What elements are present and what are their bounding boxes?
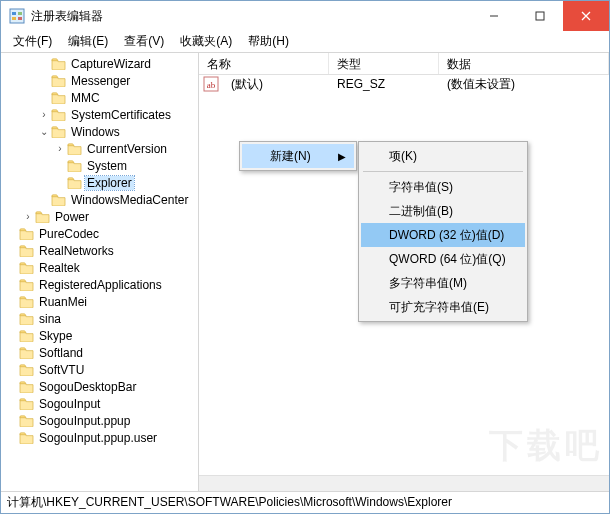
folder-icon — [19, 227, 34, 240]
tree-item[interactable]: ›CurrentVersion — [1, 140, 198, 157]
tree-item-label: System — [85, 159, 129, 173]
tree-item[interactable]: Realtek — [1, 259, 198, 276]
minimize-button[interactable] — [471, 1, 517, 31]
list-row[interactable]: (默认) REG_SZ (数值未设置) — [199, 75, 609, 93]
string-value-icon — [203, 76, 219, 92]
context-submenu: 项(K) 字符串值(S) 二进制值(B) DWORD (32 位)值(D) QW… — [358, 141, 528, 322]
menu-edit[interactable]: 编辑(E) — [60, 31, 116, 52]
submenu-item-expand[interactable]: 可扩充字符串值(E) — [361, 295, 525, 319]
tree-item-label: SoftVTU — [37, 363, 86, 377]
tree-item-label: Windows — [69, 125, 122, 139]
submenu-item-binary[interactable]: 二进制值(B) — [361, 199, 525, 223]
submenu-item-qword[interactable]: QWORD (64 位)值(Q) — [361, 247, 525, 271]
folder-icon — [19, 431, 34, 444]
tree-item[interactable]: CaptureWizard — [1, 55, 198, 72]
folder-icon — [51, 125, 66, 138]
menu-file[interactable]: 文件(F) — [5, 31, 60, 52]
tree-item[interactable]: RegisteredApplications — [1, 276, 198, 293]
tree-item[interactable]: Softland — [1, 344, 198, 361]
tree-item[interactable]: WindowsMediaCenter — [1, 191, 198, 208]
svg-rect-7 — [536, 12, 544, 20]
tree-item[interactable]: sina — [1, 310, 198, 327]
tree-item-label: SogouInput.ppup.user — [37, 431, 159, 445]
cell-type: REG_SZ — [329, 77, 439, 91]
app-icon — [9, 8, 25, 24]
tree-item-label: CaptureWizard — [69, 57, 153, 71]
menu-view[interactable]: 查看(V) — [116, 31, 172, 52]
registry-editor-window: 注册表编辑器 文件(F) 编辑(E) 查看(V) 收藏夹(A) 帮助(H) Ca… — [0, 0, 610, 514]
column-type[interactable]: 类型 — [329, 53, 439, 74]
folder-icon — [19, 329, 34, 342]
collapse-icon[interactable]: ⌄ — [37, 126, 51, 137]
expand-icon[interactable]: › — [37, 109, 51, 120]
tree-pane[interactable]: CaptureWizardMessengerMMC›SystemCertific… — [1, 53, 199, 491]
watermark: 下载吧 — [489, 423, 603, 469]
menu-help[interactable]: 帮助(H) — [240, 31, 297, 52]
folder-icon — [67, 176, 82, 189]
titlebar: 注册表编辑器 — [1, 1, 609, 31]
context-menu: 新建(N) ▶ — [239, 141, 357, 171]
folder-icon — [19, 397, 34, 410]
tree-item-label: Skype — [37, 329, 74, 343]
tree-item-label: Explorer — [85, 176, 134, 190]
expand-icon[interactable]: › — [21, 211, 35, 222]
column-name[interactable]: 名称 — [199, 53, 329, 74]
folder-icon — [19, 380, 34, 393]
folder-icon — [67, 159, 82, 172]
tree-item[interactable]: SogouDesktopBar — [1, 378, 198, 395]
submenu-item-key[interactable]: 项(K) — [361, 144, 525, 168]
maximize-button[interactable] — [517, 1, 563, 31]
tree-item[interactable]: Explorer — [1, 174, 198, 191]
tree-item[interactable]: Skype — [1, 327, 198, 344]
main-panes: CaptureWizardMessengerMMC›SystemCertific… — [1, 53, 609, 491]
close-button[interactable] — [563, 1, 609, 31]
cell-data: (数值未设置) — [439, 76, 609, 93]
menubar: 文件(F) 编辑(E) 查看(V) 收藏夹(A) 帮助(H) — [1, 31, 609, 53]
folder-icon — [19, 414, 34, 427]
tree-item-label: SogouDesktopBar — [37, 380, 138, 394]
tree-item[interactable]: Messenger — [1, 72, 198, 89]
folder-icon — [67, 142, 82, 155]
tree-item-label: RegisteredApplications — [37, 278, 164, 292]
tree-item[interactable]: RealNetworks — [1, 242, 198, 259]
list-horizontal-scrollbar[interactable] — [199, 475, 609, 491]
tree-item[interactable]: SogouInput — [1, 395, 198, 412]
folder-icon — [19, 295, 34, 308]
submenu-item-dword[interactable]: DWORD (32 位)值(D) — [361, 223, 525, 247]
folder-icon — [19, 278, 34, 291]
context-item-label: 新建(N) — [270, 148, 311, 165]
list-body[interactable]: (默认) REG_SZ (数值未设置) 新建(N) ▶ 项(K) 字符串值(S) — [199, 75, 609, 475]
tree-item-label: Messenger — [69, 74, 132, 88]
tree-item[interactable]: ›SystemCertificates — [1, 106, 198, 123]
submenu-item-string[interactable]: 字符串值(S) — [361, 175, 525, 199]
folder-icon — [51, 91, 66, 104]
tree-item-label: RuanMei — [37, 295, 89, 309]
menu-favorites[interactable]: 收藏夹(A) — [172, 31, 240, 52]
tree-item[interactable]: System — [1, 157, 198, 174]
tree-item-label: Softland — [37, 346, 85, 360]
list-pane: 名称 类型 数据 (默认) REG_SZ (数值未设置) 新建(N) ▶ — [199, 53, 609, 491]
tree-item[interactable]: MMC — [1, 89, 198, 106]
submenu-item-multi[interactable]: 多字符串值(M) — [361, 271, 525, 295]
tree-item-label: SogouInput — [37, 397, 102, 411]
status-path: 计算机\HKEY_CURRENT_USER\SOFTWARE\Policies\… — [7, 494, 452, 511]
tree-item[interactable]: SoftVTU — [1, 361, 198, 378]
tree-item-label: SogouInput.ppup — [37, 414, 132, 428]
tree-item[interactable]: RuanMei — [1, 293, 198, 310]
tree-item[interactable]: SogouInput.ppup.user — [1, 429, 198, 446]
column-data[interactable]: 数据 — [439, 53, 609, 74]
expand-icon[interactable]: › — [53, 143, 67, 154]
folder-icon — [19, 346, 34, 359]
menu-separator — [363, 171, 523, 172]
tree-item[interactable]: PureCodec — [1, 225, 198, 242]
tree-item[interactable]: SogouInput.ppup — [1, 412, 198, 429]
folder-icon — [51, 57, 66, 70]
tree-item[interactable]: ›Power — [1, 208, 198, 225]
folder-icon — [19, 244, 34, 257]
tree-item[interactable]: ⌄Windows — [1, 123, 198, 140]
folder-icon — [19, 261, 34, 274]
list-header: 名称 类型 数据 — [199, 53, 609, 75]
submenu-arrow-icon: ▶ — [338, 151, 346, 162]
context-item-new[interactable]: 新建(N) ▶ — [242, 144, 354, 168]
folder-icon — [19, 312, 34, 325]
